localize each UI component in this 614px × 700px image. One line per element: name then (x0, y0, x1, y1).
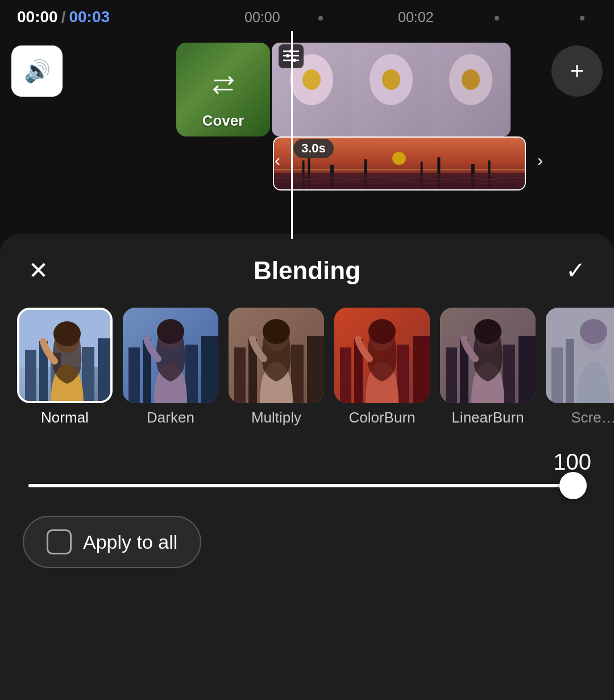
blend-mode-normal[interactable]: Normal (17, 308, 113, 426)
blend-modes-list: Normal (0, 296, 614, 438)
panel-header: ✕ Blending ✓ (0, 234, 614, 296)
blend-label-linearburn: LinearBurn (451, 409, 524, 426)
dot-marker-1 (318, 16, 323, 20)
svg-rect-64 (566, 339, 574, 403)
blend-mode-darken[interactable]: Darken (123, 308, 218, 426)
time-separator: / (61, 8, 66, 26)
opacity-slider[interactable] (28, 484, 586, 487)
svg-rect-34 (128, 347, 140, 403)
duration-badge: 3.0s (293, 139, 334, 158)
blend-label-multiply: Multiply (251, 409, 301, 426)
time-marker-00: 00:00 (244, 9, 280, 26)
frame-2 (351, 43, 431, 136)
close-button[interactable]: ✕ (28, 259, 48, 283)
svg-rect-56 (446, 347, 457, 403)
svg-rect-14 (274, 169, 525, 171)
apply-to-all-button[interactable]: Apply to all (23, 516, 201, 568)
blend-thumb-darken (123, 308, 218, 403)
blend-mode-colorburn[interactable]: ColorBurn (334, 308, 430, 426)
panel-title: Blending (254, 256, 360, 285)
current-time: 00:00 (17, 8, 58, 26)
svg-rect-63 (551, 347, 563, 403)
frame-3 (431, 43, 511, 136)
track-arrow-right[interactable]: › (537, 151, 543, 170)
total-time: 00:03 (69, 8, 110, 26)
time-marker-02: 00:02 (398, 9, 434, 26)
playhead (291, 31, 293, 239)
blending-panel: ✕ Blending ✓ (0, 234, 614, 700)
blend-mode-multiply[interactable]: Multiply (229, 308, 324, 426)
svg-rect-41 (234, 347, 246, 403)
screen-thumb-svg (546, 308, 614, 403)
blend-thumb-multiply (229, 308, 324, 403)
volume-button[interactable]: 🔊 (11, 45, 63, 97)
slider-thumb[interactable] (559, 472, 587, 499)
blend-label-colorburn: ColorBurn (349, 409, 415, 426)
slider-fill (28, 484, 563, 487)
svg-rect-43 (291, 345, 304, 403)
time-ruler: 00:00 / 00:03 00:00 00:02 (0, 0, 614, 34)
apply-checkbox[interactable] (47, 529, 72, 554)
multiply-thumb-svg (229, 308, 324, 403)
volume-icon: 🔊 (24, 59, 51, 84)
blend-thumb-screen (546, 308, 614, 403)
dot-marker-2 (495, 16, 499, 20)
blend-thumb-normal (17, 308, 113, 403)
blend-thumb-linearburn (440, 308, 536, 403)
cover-thumbnail[interactable]: Cover (176, 43, 270, 136)
cover-label: Cover (176, 112, 270, 130)
blend-label-normal: Normal (41, 409, 89, 426)
blend-thumb-colorburn (334, 308, 430, 403)
add-clip-button[interactable]: + (551, 45, 603, 97)
svg-point-13 (392, 152, 406, 165)
flower-overlay (272, 43, 511, 136)
svg-rect-59 (518, 336, 536, 403)
plus-icon: + (570, 57, 584, 85)
linearburn-thumb-svg (440, 308, 536, 403)
svg-point-66 (580, 319, 607, 344)
svg-rect-30 (98, 338, 113, 403)
cover-swap-icon (212, 74, 235, 100)
svg-rect-29 (82, 347, 94, 403)
opacity-section: 100 (0, 438, 614, 493)
blend-label-darken: Darken (147, 409, 194, 426)
svg-rect-58 (503, 345, 515, 403)
timeline-area: 00:00 / 00:03 00:00 00:02 🔊 Cover (0, 0, 614, 239)
apply-to-all-label: Apply to all (83, 531, 177, 553)
colorburn-thumb-svg (334, 308, 430, 403)
svg-rect-26 (25, 350, 36, 403)
main-video-track[interactable] (272, 43, 511, 136)
svg-rect-37 (201, 336, 218, 403)
blend-mode-screen[interactable]: Scre… (546, 308, 614, 426)
dot-marker-3 (580, 16, 584, 20)
svg-rect-54 (334, 308, 430, 403)
blend-mode-linearburn[interactable]: LinearBurn (440, 308, 536, 426)
darken-thumb-svg (123, 308, 218, 403)
normal-thumb-svg (19, 310, 113, 403)
svg-rect-44 (307, 336, 324, 403)
svg-rect-36 (185, 345, 198, 403)
blend-label-screen: Scre… (571, 409, 614, 426)
confirm-button[interactable]: ✓ (566, 259, 586, 283)
opacity-value: 100 (23, 449, 591, 475)
track-arrow-left[interactable]: ‹ (275, 151, 280, 170)
